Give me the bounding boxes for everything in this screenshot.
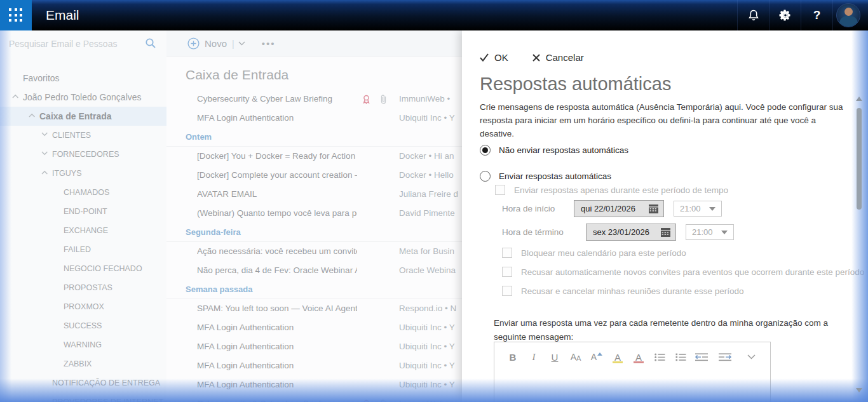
sidebar-item-propostas[interactable]: PROPOSTAS: [0, 278, 166, 297]
sidebar-item-favoritos[interactable]: Favoritos: [0, 69, 166, 88]
panel-scrollbar[interactable]: [855, 97, 863, 392]
mail-list-item[interactable]: MFA Login AuthenticationUbiquiti Inc • Y: [166, 375, 462, 394]
chevron-up-icon[interactable]: [12, 94, 18, 100]
bullet-list-icon[interactable]: [651, 350, 668, 364]
font-icon[interactable]: AA: [567, 350, 584, 364]
bold-icon[interactable]: B: [505, 350, 521, 364]
italic-icon[interactable]: I: [526, 350, 542, 364]
sidebar-item-end-point[interactable]: END-POINT: [0, 202, 166, 221]
ribbon-icon: [362, 399, 370, 402]
outdent-icon[interactable]: [693, 350, 710, 364]
calendar-icon[interactable]: [649, 204, 658, 213]
mail-subject: (Webinar) Quanto tempo você leva para pe…: [197, 208, 357, 218]
font-color-icon[interactable]: A: [630, 350, 647, 364]
sidebar-item-exchange[interactable]: EXCHANGE: [0, 221, 166, 240]
reply-message-textarea[interactable]: [494, 369, 770, 402]
avatar: [836, 3, 860, 27]
mail-list-item[interactable]: Não perca, dia 4 de Fev: Oracle Webinar …: [166, 261, 462, 280]
mail-subject: SPAM: You left too soon — Voice AI Agent…: [197, 304, 357, 313]
mail-flag-icons: [362, 399, 386, 402]
more-formatting-icon[interactable]: [743, 350, 759, 364]
folder-label: ZABBIX: [64, 359, 92, 368]
scroll-down-arrow-icon[interactable]: [856, 388, 862, 392]
end-date-picker[interactable]: sex 23/01/2026: [586, 224, 676, 241]
sidebar-item-warning[interactable]: WARNING: [0, 335, 166, 354]
mail-list-item[interactable]: (Webinar) Quanto tempo você leva para pe…: [166, 204, 462, 223]
mail-sender: Ubiquiti Inc • Y: [399, 361, 462, 370]
start-date-picker[interactable]: qui 22/01/2026: [574, 200, 664, 217]
sidebar-item-negocio-fechado[interactable]: NEGOCIO FECHADO: [0, 259, 166, 278]
chevron-down-icon[interactable]: [41, 132, 48, 138]
folder-label: CLIENTES: [52, 131, 91, 140]
mail-sender: Ubiquiti Inc • Y: [399, 342, 462, 351]
indent-icon[interactable]: [717, 350, 733, 364]
mail-list-item[interactable]: Cybersecurity & Cyber Law BriefingImmuni…: [166, 394, 462, 402]
checkbox-label: Bloquear meu calendário para este períod…: [521, 248, 686, 258]
sidebar-item-proxmox[interactable]: PROXMOX: [0, 297, 166, 316]
mail-list-item[interactable]: Cybersecurity & Cyber Law BriefingImmuni…: [166, 90, 462, 109]
chevron-up-icon[interactable]: [29, 113, 35, 119]
highlight-icon[interactable]: A: [609, 350, 626, 364]
sidebar-item-caixa-de-entrada[interactable]: Caixa de Entrada: [0, 107, 166, 126]
sidebar-item-jo-o-pedro-toledo-gon-alves[interactable]: João Pedro Toledo Gonçalves: [0, 88, 166, 107]
gear-icon: [779, 9, 792, 22]
mail-sender: Oracle Webina: [399, 265, 462, 275]
checkbox-option-2[interactable]: Recusar automaticamente novos convites p…: [502, 267, 864, 277]
checkbox-option-1[interactable]: Bloquear meu calendário para este períod…: [502, 248, 686, 258]
mail-list-item[interactable]: SPAM: You left too soon — Voice AI Agent…: [166, 299, 462, 318]
sidebar-item-itguys[interactable]: ITGUYS: [0, 164, 166, 183]
mail-list-item[interactable]: MFA Login AuthenticationUbiquiti Inc • Y: [166, 109, 462, 128]
settings-button[interactable]: [769, 0, 801, 30]
start-time-label: Hora de início: [502, 204, 555, 213]
mail-list-item[interactable]: Ação necessária: você recebeu um convite…: [166, 242, 462, 261]
help-button[interactable]: ?: [801, 0, 832, 30]
end-time-dropdown[interactable]: 21:00: [686, 224, 734, 240]
start-time-dropdown[interactable]: 21:00: [674, 201, 722, 217]
sidebar-item-notifica-o-de-entrega[interactable]: NOTIFICAÇÃO DE ENTREGA: [0, 373, 166, 392]
search-input[interactable]: [9, 36, 136, 52]
calendar-icon[interactable]: [661, 228, 670, 237]
sidebar-item-fornecedores[interactable]: FORNECEDORES: [0, 145, 166, 164]
mail-sender: Juliana Freire d: [399, 189, 462, 199]
chevron-up-icon[interactable]: [41, 170, 48, 177]
sidebar-item-clientes[interactable]: CLIENTES: [0, 126, 166, 145]
folder-pane: FavoritosJoão Pedro Toledo GonçalvesCaix…: [0, 57, 166, 402]
account-button[interactable]: [832, 0, 868, 30]
mail-list-item[interactable]: MFA Login AuthenticationUbiquiti Inc • Y: [166, 337, 462, 356]
caret-down-icon: [709, 207, 715, 211]
ok-button[interactable]: OK: [480, 52, 508, 63]
help-icon: ?: [813, 8, 821, 22]
sidebar-item-failed[interactable]: FAILED: [0, 240, 166, 259]
scroll-up-arrow-icon[interactable]: [856, 97, 862, 101]
numbered-list-icon[interactable]: [672, 350, 689, 364]
sidebar-item-provedores-de-internet[interactable]: PROVEDORES DE INTERNET: [0, 392, 166, 402]
scrollbar-thumb[interactable]: [857, 108, 862, 210]
cancel-button[interactable]: Cancelar: [532, 52, 584, 63]
top-bar: Email ?: [0, 0, 868, 30]
app-launcher-button[interactable]: [0, 0, 32, 30]
radio-no-auto-replies[interactable]: Não enviar respostas automáticas: [480, 145, 628, 156]
mail-list-item[interactable]: [Docker] Complete your account creation …: [166, 166, 462, 185]
check-icon: [480, 53, 489, 62]
mail-list-item[interactable]: MFA Login AuthenticationUbiquiti Inc • Y: [166, 356, 462, 375]
search-icon[interactable]: [145, 37, 156, 49]
panel-description: Crie mensagens de resposta automática (A…: [480, 100, 851, 140]
mail-list-item[interactable]: AVATAR EMAILJuliana Freire d: [166, 185, 462, 204]
checkbox-period-only[interactable]: Enviar respostas apenas durante este per…: [495, 185, 728, 195]
chevron-down-icon[interactable]: [238, 41, 245, 46]
chevron-down-icon[interactable]: [41, 151, 48, 157]
mail-list-item[interactable]: MFA Login AuthenticationUbiquiti Inc • Y: [166, 318, 462, 337]
sidebar-item-chamados[interactable]: CHAMADOS: [0, 183, 166, 202]
checkbox-icon: [502, 248, 512, 258]
folder-label: WARNING: [64, 340, 102, 349]
sidebar-item-zabbix[interactable]: ZABBIX: [0, 354, 166, 373]
sidebar-item-success[interactable]: SUCCESS: [0, 316, 166, 335]
checkbox-option-3[interactable]: Recusar e cancelar minhas reuniões duran…: [502, 286, 743, 296]
new-mail-button[interactable]: Novo |: [187, 37, 245, 50]
more-commands-button[interactable]: •••: [262, 38, 276, 49]
mail-list-item[interactable]: [Docker] You + Docker = Ready for Action…: [166, 147, 462, 166]
underline-icon[interactable]: U: [546, 350, 563, 364]
font-size-icon[interactable]: A: [588, 350, 605, 364]
notifications-button[interactable]: [737, 0, 769, 30]
radio-send-auto-replies[interactable]: Enviar respostas automáticas: [480, 171, 611, 182]
